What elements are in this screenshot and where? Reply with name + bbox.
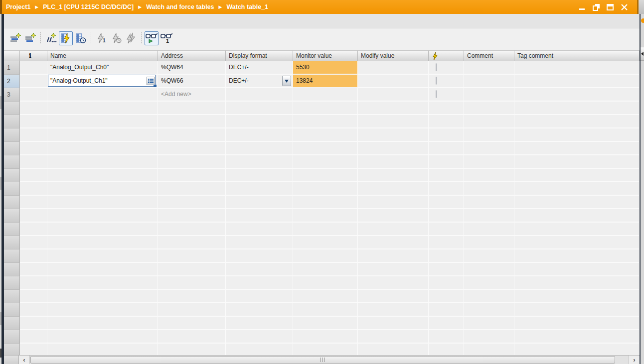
cell-address[interactable] bbox=[158, 236, 226, 249]
modify-once-button[interactable]: 1 bbox=[94, 31, 108, 45]
cell-display-format[interactable]: DEC+/- bbox=[226, 61, 293, 75]
header-modify-trigger[interactable] bbox=[429, 50, 464, 61]
cell-display-format[interactable] bbox=[226, 88, 293, 102]
cell-tag-comment[interactable] bbox=[514, 61, 640, 75]
empty-table-row[interactable] bbox=[4, 263, 640, 276]
modify-with-trigger-button[interactable] bbox=[109, 31, 123, 45]
empty-table-row[interactable] bbox=[4, 344, 640, 355]
empty-table-row[interactable] bbox=[4, 330, 640, 344]
cell-tag-comment[interactable] bbox=[514, 88, 640, 102]
empty-table-row[interactable] bbox=[4, 290, 640, 303]
cell-name[interactable] bbox=[47, 182, 158, 196]
minimize-button[interactable] bbox=[578, 3, 586, 11]
empty-table-row[interactable] bbox=[4, 317, 640, 330]
row-number[interactable]: 2 bbox=[4, 75, 20, 88]
modify-trigger-checkbox[interactable] bbox=[436, 77, 437, 85]
modify-all-button[interactable] bbox=[124, 31, 138, 45]
show-force-columns-button[interactable]: 1 bbox=[160, 31, 173, 45]
cell-modify-value[interactable] bbox=[358, 61, 429, 75]
name-edit-field[interactable]: "Analog-Output_Ch1" bbox=[48, 75, 156, 87]
empty-table-row[interactable] bbox=[4, 276, 640, 290]
cell-name[interactable] bbox=[47, 236, 158, 249]
tag-picker-button[interactable] bbox=[147, 77, 155, 85]
empty-table-row[interactable] bbox=[4, 249, 640, 263]
header-modify-value[interactable]: Modify value bbox=[358, 50, 429, 61]
header-info[interactable]: i bbox=[20, 50, 47, 61]
header-address[interactable]: Address bbox=[158, 50, 226, 61]
monitor-all-button[interactable] bbox=[59, 31, 73, 45]
cell-name[interactable] bbox=[47, 263, 158, 276]
empty-table-row[interactable] bbox=[4, 223, 640, 236]
cell-name[interactable] bbox=[47, 276, 158, 290]
empty-table-row[interactable] bbox=[4, 209, 640, 223]
cell-name[interactable] bbox=[47, 317, 158, 330]
empty-table-row[interactable] bbox=[4, 128, 640, 142]
breadcrumb-project[interactable]: Project1 bbox=[6, 3, 30, 10]
add-row-button[interactable] bbox=[23, 31, 37, 45]
empty-table-row[interactable] bbox=[4, 196, 640, 209]
cell-name[interactable] bbox=[47, 209, 158, 223]
cell-name[interactable]: "Analog_Output_Ch0" bbox=[47, 61, 158, 75]
empty-table-row[interactable] bbox=[4, 102, 640, 115]
cell-tag-comment[interactable] bbox=[514, 75, 640, 88]
cell-address[interactable] bbox=[158, 330, 226, 344]
display-format-dropdown-button[interactable] bbox=[282, 76, 291, 86]
insert-multiple-rows-button[interactable] bbox=[44, 31, 58, 45]
cell-comment[interactable] bbox=[464, 75, 514, 88]
cell-name[interactable] bbox=[47, 344, 158, 355]
insert-row-button[interactable] bbox=[8, 31, 22, 45]
cell-address[interactable] bbox=[158, 209, 226, 223]
cell-name[interactable] bbox=[47, 249, 158, 263]
cell-address-add-new[interactable]: <Add new> bbox=[158, 88, 226, 102]
cell-address[interactable]: %QW64 bbox=[158, 61, 226, 75]
scroll-left-button[interactable]: ‹ bbox=[19, 356, 30, 364]
breadcrumb-watch-force-tables[interactable]: Watch and force tables bbox=[146, 3, 214, 10]
close-button[interactable] bbox=[620, 3, 628, 11]
cell-name[interactable] bbox=[47, 196, 158, 209]
table-row[interactable]: 1 "Analog_Output_Ch0" %QW64 DEC+/- 5530 bbox=[4, 61, 640, 75]
empty-table-row[interactable] bbox=[4, 155, 640, 169]
table-row[interactable]: 2 "Analog-Output_Ch1" bbox=[4, 75, 640, 88]
cell-address[interactable] bbox=[158, 142, 226, 155]
cell-address[interactable] bbox=[158, 128, 226, 142]
collapse-panel-button[interactable] bbox=[641, 47, 644, 61]
cell-name[interactable]: "Analog-Output_Ch1" bbox=[47, 75, 158, 88]
cell-name[interactable] bbox=[47, 88, 158, 102]
show-expanded-mode-button[interactable] bbox=[145, 31, 159, 45]
row-number[interactable]: 1 bbox=[4, 61, 20, 75]
table-row[interactable]: 3 <Add new> bbox=[4, 88, 640, 102]
header-monitor-value[interactable]: Monitor value bbox=[293, 50, 358, 61]
cell-address[interactable] bbox=[158, 317, 226, 330]
edit-corner-handle[interactable] bbox=[154, 85, 157, 88]
monitor-once-button[interactable] bbox=[74, 31, 88, 45]
cell-address[interactable] bbox=[158, 223, 226, 236]
cell-name[interactable] bbox=[47, 128, 158, 142]
cell-address[interactable] bbox=[158, 344, 226, 355]
cell-name[interactable] bbox=[47, 102, 158, 115]
empty-table-row[interactable] bbox=[4, 182, 640, 196]
scrollbar-track[interactable] bbox=[30, 356, 629, 364]
empty-table-row[interactable] bbox=[4, 236, 640, 249]
left-panel-splitter[interactable] bbox=[0, 14, 4, 364]
breadcrumb-plc[interactable]: PLC_1 [CPU 1215C DC/DC/DC] bbox=[43, 3, 134, 10]
cell-address[interactable] bbox=[158, 155, 226, 169]
empty-table-row[interactable] bbox=[4, 115, 640, 128]
cell-name[interactable] bbox=[47, 115, 158, 128]
header-tag-comment[interactable]: Tag comment bbox=[514, 50, 640, 61]
cell-address[interactable] bbox=[158, 263, 226, 276]
scrollbar-thumb[interactable] bbox=[30, 356, 615, 364]
empty-table-row[interactable] bbox=[4, 142, 640, 155]
cell-comment[interactable] bbox=[464, 61, 514, 75]
cell-name[interactable] bbox=[47, 155, 158, 169]
cell-address[interactable] bbox=[158, 169, 226, 182]
cell-address[interactable] bbox=[158, 249, 226, 263]
empty-table-row[interactable] bbox=[4, 303, 640, 317]
cell-address[interactable] bbox=[158, 290, 226, 303]
cell-address[interactable] bbox=[158, 303, 226, 317]
empty-table-row[interactable] bbox=[4, 169, 640, 182]
row-number[interactable]: 3 bbox=[4, 88, 20, 102]
maximize-button[interactable] bbox=[606, 3, 614, 11]
scroll-right-button[interactable]: › bbox=[629, 356, 640, 364]
cell-display-format[interactable]: DEC+/- bbox=[226, 75, 293, 88]
cell-name[interactable] bbox=[47, 290, 158, 303]
